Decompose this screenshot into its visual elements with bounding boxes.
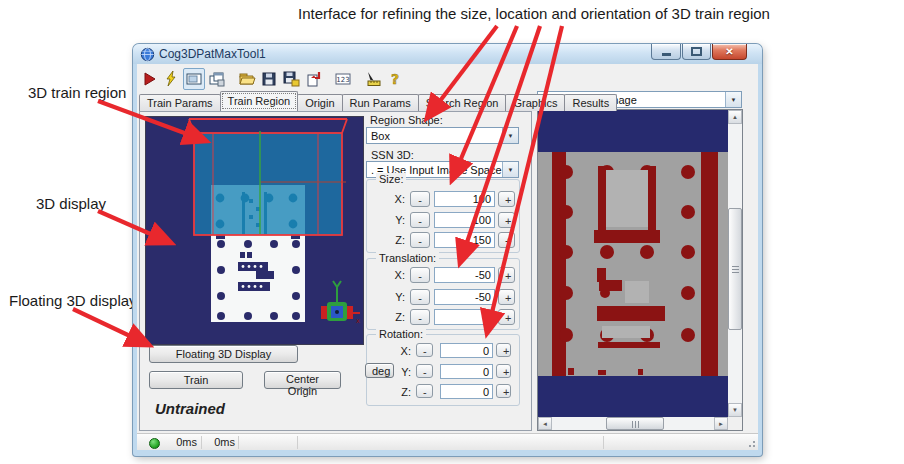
tab-train-region[interactable]: Train Region xyxy=(220,91,299,111)
translation-group: Translation: X: - -50 + Y: - -50 + Z: - … xyxy=(366,258,520,330)
rotation-x-minus-button[interactable]: - xyxy=(416,343,433,357)
size-x-minus-button[interactable]: - xyxy=(410,191,430,207)
ssn3d-label: SSN 3D: xyxy=(371,149,414,161)
size-z-plus-button[interactable]: + xyxy=(498,232,515,248)
help-icon[interactable]: ? xyxy=(385,69,405,89)
annotation-top-caption: Interface for refining the size, locatio… xyxy=(284,5,784,22)
translation-x-field[interactable]: -50 xyxy=(434,267,495,283)
input-image-display[interactable]: ▲ ▼ ◄ ► xyxy=(537,109,743,431)
train-state-text: Untrained xyxy=(155,400,225,417)
status-led-icon xyxy=(149,438,160,449)
rotation-z-plus-button[interactable]: + xyxy=(496,384,511,398)
measure-icon[interactable] xyxy=(363,69,383,89)
cascade-windows-icon[interactable] xyxy=(207,69,227,89)
save-icon[interactable] xyxy=(259,69,279,89)
chevron-down-icon[interactable]: ▼ xyxy=(502,128,518,143)
horizontal-scrollbar-thumb[interactable] xyxy=(606,417,664,430)
chevron-down-icon[interactable]: ▼ xyxy=(725,92,741,107)
svg-text:123: 123 xyxy=(336,76,349,84)
minimize-button[interactable] xyxy=(651,44,681,60)
titlebar[interactable]: Cog3DPatMaxTool1 ✕ xyxy=(133,44,762,64)
annotation-label-3d-display: 3D display xyxy=(36,195,106,212)
size-x-label: X: xyxy=(385,193,405,205)
size-group-legend: Size: xyxy=(376,173,406,185)
rotation-z-minus-button[interactable]: - xyxy=(416,384,433,398)
tab-search-region[interactable]: Search Region xyxy=(418,94,507,111)
size-x-plus-button[interactable]: + xyxy=(498,191,515,207)
translation-y-minus-button[interactable]: - xyxy=(410,289,430,305)
annotation-label-floating-3d-display: Floating 3D display xyxy=(9,292,137,309)
maximize-button[interactable] xyxy=(682,44,711,60)
input-image-canvas xyxy=(538,110,728,417)
rotation-y-field[interactable]: 0 xyxy=(440,364,493,379)
numeric-grid-icon[interactable]: 123 xyxy=(333,69,353,89)
floating-3d-display-button[interactable]: Floating 3D Display xyxy=(149,345,298,363)
scroll-down-icon[interactable]: ▼ xyxy=(728,403,742,417)
rotation-y-minus-button[interactable]: - xyxy=(416,364,433,378)
rotation-z-label: Z: xyxy=(391,386,411,398)
open-file-icon[interactable] xyxy=(237,69,257,89)
size-group: Size: X: - 100 + Y: - 100 + Z: - 150 + xyxy=(366,179,520,253)
rotation-y-label: Y: xyxy=(391,366,411,378)
size-y-plus-button[interactable]: + xyxy=(498,212,515,228)
app-globe-icon xyxy=(140,47,155,62)
tab-page-train-region: x Floating 3D Display Train Center Origi… xyxy=(139,111,532,431)
size-z-field[interactable]: 150 xyxy=(434,232,495,248)
translation-y-label: Y: xyxy=(385,291,405,303)
horizontal-scrollbar[interactable]: ◄ ► xyxy=(538,417,728,430)
vertical-scrollbar-thumb[interactable] xyxy=(728,208,742,330)
tab-graphics[interactable]: Graphics xyxy=(505,94,565,111)
vertical-scrollbar[interactable]: ▲ ▼ xyxy=(728,110,742,417)
tab-train-params[interactable]: Train Params xyxy=(139,94,221,111)
translation-group-legend: Translation: xyxy=(376,252,439,264)
minimize-icon xyxy=(662,53,671,56)
tab-run-params[interactable]: Run Params xyxy=(342,94,419,111)
svg-text:x: x xyxy=(356,317,360,325)
rotation-y-plus-button[interactable]: + xyxy=(496,364,511,378)
rotation-x-field[interactable]: 0 xyxy=(440,343,493,358)
annotation-label-3d-train-region: 3D train region xyxy=(28,84,126,101)
region-shape-value: Box xyxy=(367,130,502,142)
scroll-up-icon[interactable]: ▲ xyxy=(728,110,742,124)
size-y-field[interactable]: 100 xyxy=(434,212,495,228)
scroll-left-icon[interactable]: ◄ xyxy=(538,417,552,430)
translation-y-plus-button[interactable]: + xyxy=(498,289,515,305)
rotation-x-plus-button[interactable]: + xyxy=(496,343,511,357)
screenshot-canvas: Interface for refining the size, locatio… xyxy=(0,0,904,464)
rotation-group: Rotation: X: - 0 + deg Y: - 0 + Z: - 0 + xyxy=(366,334,520,406)
3d-display[interactable]: x xyxy=(145,116,364,345)
run-icon[interactable] xyxy=(139,69,159,89)
electrode-icon[interactable] xyxy=(161,69,181,89)
chevron-down-icon[interactable]: ▼ xyxy=(502,162,518,177)
deg-button[interactable]: deg xyxy=(365,363,394,378)
train-button[interactable]: Train xyxy=(149,371,243,389)
scroll-right-icon[interactable]: ► xyxy=(714,417,728,430)
train-region-box xyxy=(189,119,347,235)
size-z-label: Z: xyxy=(385,234,405,246)
display-toggle-icon[interactable] xyxy=(183,68,205,90)
translation-x-plus-button[interactable]: + xyxy=(498,267,515,283)
close-button[interactable]: ✕ xyxy=(712,44,747,60)
save-as-icon[interactable] xyxy=(281,69,301,89)
window-title: Cog3DPatMaxTool1 xyxy=(159,47,266,61)
translation-y-field[interactable]: -50 xyxy=(434,289,495,305)
tab-origin[interactable]: Origin xyxy=(297,94,342,111)
resize-grip[interactable] xyxy=(746,438,756,448)
toolbar: 123 ? xyxy=(139,66,407,92)
size-x-field[interactable]: 100 xyxy=(434,191,495,207)
region-shape-combobox[interactable]: Box ▼ xyxy=(366,127,519,144)
status-time-1: 0ms xyxy=(161,436,197,448)
translation-z-plus-button[interactable]: + xyxy=(498,309,515,325)
svg-text:?: ? xyxy=(391,71,399,87)
translation-x-minus-button[interactable]: - xyxy=(410,267,430,283)
tab-strip: Train Params Train Region Origin Run Par… xyxy=(139,92,616,111)
rotation-z-field[interactable]: 0 xyxy=(440,384,493,399)
size-z-minus-button[interactable]: - xyxy=(410,232,430,248)
size-y-minus-button[interactable]: - xyxy=(410,212,430,228)
translation-z-minus-button[interactable]: - xyxy=(410,309,430,325)
import-image-icon[interactable] xyxy=(303,69,323,89)
status-time-2: 0ms xyxy=(205,436,235,448)
center-origin-button[interactable]: Center Origin xyxy=(264,371,341,389)
tab-results[interactable]: Results xyxy=(564,94,617,111)
translation-z-field[interactable]: 0 xyxy=(434,309,495,325)
